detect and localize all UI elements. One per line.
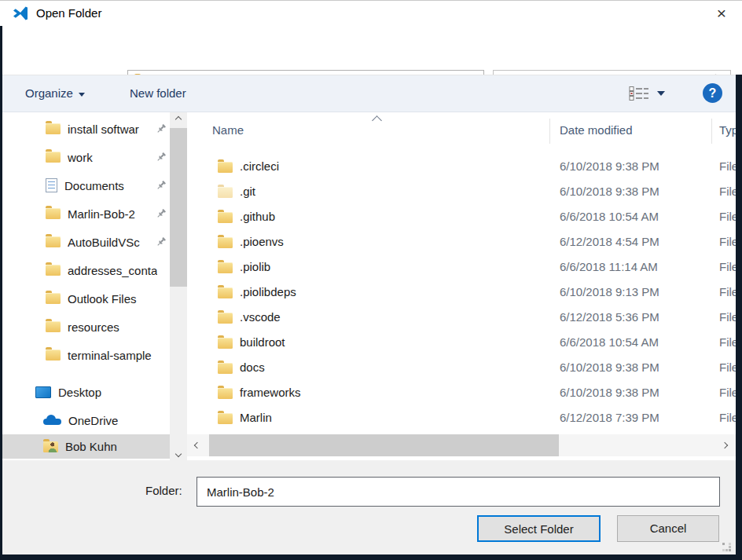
dialog-title: Open Folder (36, 0, 101, 26)
folder-icon (46, 236, 61, 247)
file-date-modified: 6/6/2018 11:14 AM (560, 260, 658, 273)
window-border-right (736, 75, 742, 560)
file-row-git[interactable]: .git 6/10/2018 9:38 PM File (187, 180, 736, 205)
folder-icon (46, 350, 61, 361)
cancel-button[interactable]: Cancel (617, 515, 719, 542)
user-folder-icon (43, 441, 58, 452)
chevron-up-icon (175, 115, 182, 122)
sidebar-item-marlin-bob-2[interactable]: Marlin-Bob-2 (2, 199, 170, 228)
sidebar-item-label: Bob Kuhn (65, 440, 117, 453)
sidebar-item-install-softwar[interactable]: install softwar (2, 115, 170, 143)
file-row-github[interactable]: .github 6/6/2018 10:54 AM File (187, 205, 736, 230)
file-date-modified: 6/12/2018 5:36 PM (560, 310, 659, 324)
pin-icon[interactable] (156, 180, 167, 193)
folder-icon (218, 187, 233, 198)
horizontal-scrollbar[interactable] (187, 434, 736, 456)
file-row-piolibdeps[interactable]: .piolibdeps 6/10/2018 9:13 PM File (187, 280, 736, 306)
file-row-pioenvs[interactable]: .pioenvs 6/12/2018 4:54 PM File (187, 230, 736, 255)
file-list-pane: Name Date modified Typ .circleci 6/10/20… (187, 112, 736, 460)
pin-icon[interactable] (156, 123, 167, 137)
sidebar-item-outlook-files[interactable]: Outlook Files (2, 284, 170, 313)
scroll-up-button[interactable] (170, 112, 187, 126)
column-header-date-modified[interactable]: Date modified (560, 123, 633, 137)
sidebar-item-work[interactable]: work (2, 143, 170, 171)
file-type: File (719, 361, 736, 374)
change-view-button[interactable] (629, 84, 665, 103)
file-row-buildroot[interactable]: buildroot 6/6/2018 10:54 AM File (187, 331, 736, 356)
file-type: File (719, 235, 736, 248)
sidebar-item-autobuildvsc[interactable]: AutoBuildVSc (2, 228, 170, 256)
file-date-modified: 6/10/2018 9:38 PM (560, 386, 659, 399)
close-button[interactable]: × (709, 2, 734, 24)
file-row-docs[interactable]: docs 6/10/2018 9:38 PM File (187, 356, 736, 381)
help-button[interactable]: ? (703, 83, 722, 103)
sidebar-item-desktop[interactable]: Desktop (2, 378, 170, 406)
horizontal-scrollbar-thumb[interactable] (209, 434, 559, 456)
file-name: buildroot (240, 335, 285, 349)
file-type: File (719, 210, 736, 223)
folder-icon (218, 413, 233, 424)
scroll-down-button[interactable] (170, 447, 187, 460)
pin-icon[interactable] (156, 152, 167, 165)
file-type: File (719, 386, 736, 399)
pin-icon[interactable] (156, 236, 167, 250)
organize-menu-button[interactable]: Organize (25, 75, 85, 112)
file-row-frameworks[interactable]: frameworks 6/10/2018 9:38 PM File (187, 381, 736, 406)
folder-icon (218, 262, 233, 273)
window-border-bottom (0, 555, 742, 560)
file-row-marlin[interactable]: Marlin 6/12/2018 7:39 PM File (187, 406, 736, 431)
sidebar-item-terminal-sample[interactable]: terminal-sample (2, 341, 170, 369)
sidebar-item-label: AutoBuildVSc (68, 236, 140, 249)
file-name: .piolibdeps (240, 285, 296, 298)
file-name: .piolib (240, 260, 270, 273)
file-name: .vscode (240, 310, 281, 324)
resize-grip[interactable] (722, 543, 732, 552)
window-border-left (0, 26, 2, 560)
column-separator[interactable] (711, 119, 712, 144)
dialog-content: install softwar work (0, 112, 742, 460)
folder-icon (46, 293, 61, 304)
desktop-icon (35, 386, 51, 398)
sidebar-item-onedrive[interactable]: OneDrive (2, 406, 170, 434)
folder-icon (218, 388, 233, 399)
documents-icon (46, 178, 57, 192)
folder-icon (218, 287, 233, 298)
organize-label: Organize (25, 86, 73, 100)
caret-down-icon (657, 91, 665, 96)
sidebar-scrollbar-thumb[interactable] (170, 128, 187, 287)
column-header-name[interactable]: Name (212, 123, 244, 137)
file-type: File (719, 185, 736, 198)
file-date-modified: 6/6/2018 10:54 AM (560, 210, 659, 223)
sidebar-item-label: install softwar (68, 123, 139, 136)
select-folder-button[interactable]: Select Folder (477, 515, 601, 542)
file-date-modified: 6/12/2018 7:39 PM (560, 411, 659, 424)
new-folder-button[interactable]: New folder (130, 75, 186, 112)
sidebar-item-addresses-conta[interactable]: addresses_conta (2, 256, 170, 284)
file-row-circleci[interactable]: .circleci 6/10/2018 9:38 PM File (187, 155, 736, 180)
folder-icon (46, 123, 61, 134)
folder-icon (218, 338, 233, 349)
titlebar: Open Folder × (0, 0, 742, 26)
column-separator[interactable] (549, 119, 550, 144)
file-name: .pioenvs (240, 235, 284, 248)
sidebar-item-label: terminal-sample (68, 349, 152, 362)
file-row-piolib[interactable]: .piolib 6/6/2018 11:14 AM File (187, 255, 736, 280)
folder-name-input[interactable] (197, 477, 720, 507)
sidebar-item-bob-kuhn[interactable]: Bob Kuhn (2, 434, 170, 459)
scroll-right-button[interactable] (715, 434, 734, 456)
open-folder-dialog: Open Folder × ← → ↑ « GitHub Marlin-Bob-… (0, 0, 742, 560)
folder-icon (218, 237, 233, 248)
sidebar-item-label: Documents (64, 179, 124, 192)
folder-icon (218, 313, 233, 324)
column-header-type[interactable]: Typ (719, 123, 736, 137)
sidebar-scrollbar[interactable] (170, 112, 187, 460)
sidebar-item-resources[interactable]: resources (2, 313, 170, 341)
file-date-modified: 6/10/2018 9:13 PM (560, 285, 659, 298)
pin-icon[interactable] (156, 208, 167, 221)
sidebar-item-documents[interactable]: Documents (2, 171, 170, 199)
file-name: .circleci (240, 159, 279, 173)
vscode-logo-icon (11, 4, 30, 23)
folder-icon (46, 152, 61, 163)
scroll-left-button[interactable] (187, 434, 208, 456)
file-row-vscode[interactable]: .vscode 6/12/2018 5:36 PM File (187, 306, 736, 331)
